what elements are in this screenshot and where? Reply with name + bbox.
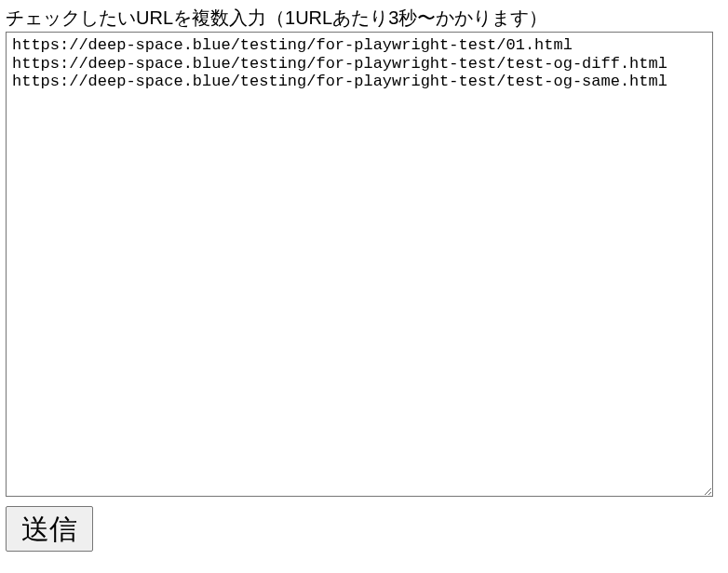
url-textarea[interactable] — [6, 32, 713, 497]
url-input-label: チェックしたいURLを複数入力（1URLあたり3秒〜かかります） — [6, 6, 722, 30]
submit-button[interactable]: 送信 — [6, 506, 93, 552]
